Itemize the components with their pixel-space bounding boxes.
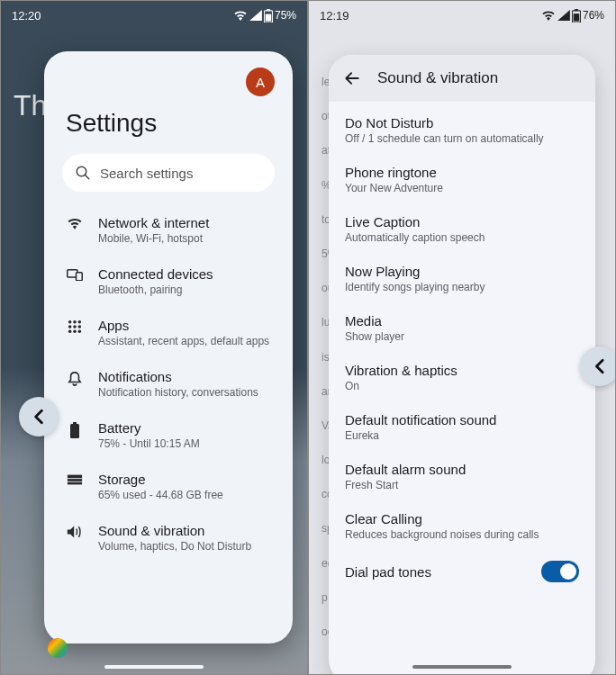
item-subtitle: Automatically caption speech bbox=[345, 231, 485, 244]
sound-item[interactable]: Dial pad tones bbox=[329, 551, 595, 592]
item-subtitle: Assistant, recent apps, default apps bbox=[98, 335, 271, 347]
settings-item-storage[interactable]: Storage65% used - 44.68 GB free bbox=[62, 461, 275, 512]
item-subtitle: Mobile, Wi-Fi, hotspot bbox=[98, 232, 271, 245]
search-placeholder: Search settings bbox=[100, 166, 193, 181]
devices-icon bbox=[66, 268, 84, 281]
sound-item[interactable]: Phone ringtoneYour New Adventure bbox=[329, 155, 595, 204]
item-subtitle: Show player bbox=[345, 330, 404, 343]
item-title: Phone ringtone bbox=[345, 165, 443, 180]
item-title: Vibration & haptics bbox=[345, 363, 457, 378]
svg-rect-6 bbox=[77, 273, 83, 281]
wifi-icon bbox=[541, 10, 556, 21]
status-time: 12:19 bbox=[320, 9, 349, 22]
sound-item[interactable]: Default alarm soundFresh Start bbox=[329, 452, 595, 501]
card-header: Sound & vibration bbox=[329, 55, 595, 102]
settings-item-devices[interactable]: Connected devicesBluetooth, pairing bbox=[62, 256, 275, 307]
wifi-icon bbox=[233, 10, 248, 21]
status-icons: 75% bbox=[233, 9, 296, 22]
toggle-switch[interactable] bbox=[541, 561, 579, 582]
back-gesture-pill[interactable] bbox=[580, 346, 616, 386]
sound-item[interactable]: MediaShow player bbox=[329, 303, 595, 353]
page-title: Settings bbox=[66, 109, 275, 138]
battery-percent: 75% bbox=[275, 9, 296, 22]
sound-item[interactable]: Live CaptionAutomatically caption speech bbox=[329, 204, 595, 254]
gesture-nav-bar[interactable] bbox=[412, 665, 512, 669]
avatar-letter: A bbox=[256, 75, 265, 90]
item-title: Do Not Disturb bbox=[345, 115, 544, 130]
item-title: Sound & vibration bbox=[98, 523, 271, 538]
item-title: Network & internet bbox=[98, 215, 271, 230]
svg-point-15 bbox=[78, 330, 82, 334]
status-icons: 76% bbox=[541, 9, 604, 22]
svg-rect-16 bbox=[70, 424, 79, 438]
battery-icon bbox=[572, 9, 581, 22]
item-subtitle: Volume, haptics, Do Not Disturb bbox=[98, 540, 271, 553]
wifi-icon bbox=[66, 217, 84, 230]
status-bar: 12:19 76% bbox=[309, 1, 615, 30]
signal-icon bbox=[557, 10, 570, 21]
settings-item-wifi[interactable]: Network & internetMobile, Wi-Fi, hotspot bbox=[62, 204, 275, 256]
volume-icon bbox=[66, 525, 84, 539]
storage-icon bbox=[66, 473, 84, 486]
svg-point-13 bbox=[68, 330, 72, 334]
item-subtitle: 75% - Until 10:15 AM bbox=[98, 437, 271, 450]
svg-rect-2 bbox=[266, 14, 272, 21]
settings-item-bell[interactable]: NotificationsNotification history, conve… bbox=[62, 358, 275, 410]
svg-rect-23 bbox=[574, 14, 580, 21]
sound-settings-card: Sound & vibration Do Not DisturbOff / 1 … bbox=[329, 55, 595, 675]
search-input[interactable]: Search settings bbox=[62, 154, 275, 192]
settings-item-battery[interactable]: Battery75% - Until 10:15 AM bbox=[62, 410, 275, 461]
header-title: Sound & vibration bbox=[377, 69, 498, 87]
item-title: Connected devices bbox=[98, 266, 271, 282]
chevron-left-icon bbox=[593, 358, 606, 374]
item-subtitle: 65% used - 44.68 GB free bbox=[98, 489, 271, 501]
item-title: Storage bbox=[98, 472, 271, 487]
avatar[interactable]: A bbox=[246, 68, 275, 96]
item-title: Clear Calling bbox=[345, 511, 539, 526]
search-icon bbox=[75, 165, 91, 181]
back-gesture-pill[interactable] bbox=[19, 397, 59, 436]
sound-item[interactable]: Now PlayingIdentify songs playing nearby bbox=[329, 254, 595, 303]
battery-percent: 76% bbox=[583, 9, 604, 22]
svg-rect-20 bbox=[68, 482, 82, 485]
item-subtitle: Fresh Start bbox=[345, 479, 466, 491]
svg-point-9 bbox=[78, 320, 82, 324]
svg-rect-22 bbox=[575, 9, 578, 11]
svg-point-8 bbox=[73, 320, 77, 324]
svg-point-11 bbox=[73, 325, 77, 328]
phone-left: 12:20 75% Th A Settings Search settings … bbox=[0, 0, 308, 675]
settings-item-volume[interactable]: Sound & vibrationVolume, haptics, Do Not… bbox=[62, 512, 275, 563]
item-subtitle: Bluetooth, pairing bbox=[98, 284, 271, 296]
signal-icon bbox=[249, 10, 262, 21]
item-subtitle: Off / 1 schedule can turn on automatical… bbox=[345, 132, 544, 145]
battery-icon bbox=[264, 9, 273, 22]
battery-icon bbox=[66, 422, 84, 438]
settings-item-apps[interactable]: AppsAssistant, recent apps, default apps bbox=[62, 307, 275, 358]
apps-icon bbox=[66, 320, 84, 334]
wallpaper-text: Th bbox=[14, 89, 47, 122]
svg-point-12 bbox=[78, 325, 82, 328]
gesture-nav-bar[interactable] bbox=[104, 665, 204, 669]
svg-rect-18 bbox=[68, 475, 82, 479]
item-title: Live Caption bbox=[345, 214, 485, 230]
status-bar: 12:20 75% bbox=[1, 1, 307, 30]
back-icon[interactable] bbox=[343, 69, 361, 87]
svg-point-7 bbox=[68, 320, 72, 324]
status-time: 12:20 bbox=[12, 9, 41, 22]
chevron-left-icon bbox=[32, 409, 45, 425]
item-title: Default notification sound bbox=[345, 412, 496, 428]
settings-card: A Settings Search settings Network & int… bbox=[44, 51, 293, 644]
sound-item[interactable]: Vibration & hapticsOn bbox=[329, 353, 595, 402]
dock-hint bbox=[48, 638, 68, 658]
item-subtitle: Reduces background noises during calls bbox=[345, 528, 539, 541]
settings-list: Network & internetMobile, Wi-Fi, hotspot… bbox=[62, 204, 275, 640]
item-title: Default alarm sound bbox=[345, 462, 466, 477]
sound-item[interactable]: Default notification soundEureka bbox=[329, 402, 595, 452]
sound-item[interactable]: Do Not DisturbOff / 1 schedule can turn … bbox=[329, 105, 595, 155]
item-title: Dial pad tones bbox=[345, 564, 431, 580]
item-subtitle: Eureka bbox=[345, 429, 496, 442]
item-title: Notifications bbox=[98, 369, 271, 384]
item-title: Media bbox=[345, 313, 404, 328]
sound-item[interactable]: Clear CallingReduces background noises d… bbox=[329, 501, 595, 551]
svg-point-14 bbox=[73, 330, 77, 334]
